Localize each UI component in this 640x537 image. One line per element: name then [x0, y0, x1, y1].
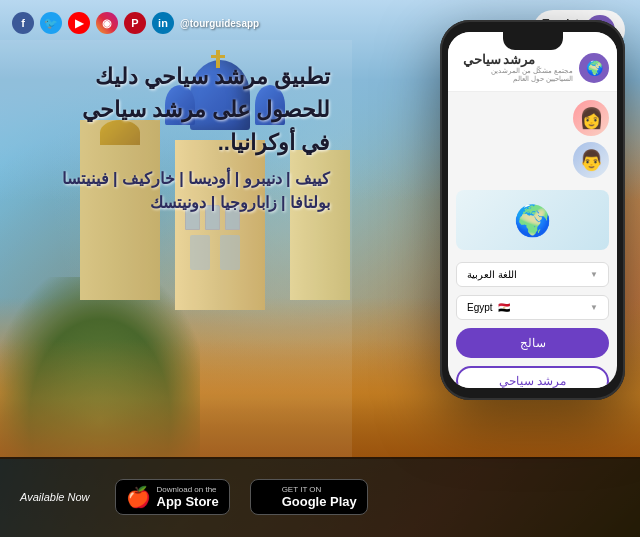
chat-button[interactable]: سالج: [456, 328, 609, 358]
app-logo-icon: 🌍: [579, 53, 609, 83]
country-flag: 🇪🇬: [498, 302, 510, 313]
hero-title: تطبيق مرشد سياحي دليك للحصول على مرشد سي…: [10, 60, 330, 159]
google-play-icon: ▶: [261, 485, 276, 509]
apple-icon: 🍎: [126, 485, 151, 509]
country-name: Egypt: [467, 302, 493, 313]
google-play-text: GET IT ON Google Play: [282, 485, 357, 509]
hero-cities-line2: بولتافا | زاباروجيا | دونيتسك: [10, 193, 330, 212]
social-bar: f 🐦 ▶ ◉ P in @tourguidesapp: [12, 12, 259, 34]
pinterest-icon[interactable]: P: [124, 12, 146, 34]
youtube-icon[interactable]: ▶: [68, 12, 90, 34]
available-text: Available Now: [20, 491, 90, 503]
hero-title-line3: في أوكرانيا..: [10, 126, 330, 159]
guide-button[interactable]: مرشد سياحي: [456, 366, 609, 388]
google-play-label: Google Play: [282, 494, 357, 509]
chat-avatar-female: 👩: [456, 100, 609, 136]
hero-title-line1: تطبيق مرشد سياحي دليك: [10, 60, 330, 93]
bottom-bar: Available Now 🍎 Download on the App Stor…: [0, 457, 640, 537]
map-area: 🌍: [448, 186, 617, 254]
app-subtitle: مجتمع مشكّل من المرشدين السياحيين حول ال…: [463, 67, 573, 83]
male-avatar: 👨: [573, 142, 609, 178]
facebook-icon[interactable]: f: [12, 12, 34, 34]
chat-messages: 👩 👨: [448, 92, 617, 186]
app-store-label: App Store: [157, 494, 219, 509]
app-title-main: مرشد: [503, 52, 535, 67]
phone-notch: [503, 32, 563, 50]
hero-text-area: تطبيق مرشد سياحي دليك للحصول على مرشد سي…: [10, 60, 330, 217]
google-play-button[interactable]: ▶ GET IT ON Google Play: [250, 479, 368, 515]
app-logo-area: مرشد سياحي مجتمع مشكّل من المرشدين السيا…: [463, 52, 573, 83]
app-title2: سياحي: [463, 52, 501, 67]
phone-mockup: مرشد سياحي مجتمع مشكّل من المرشدين السيا…: [440, 20, 625, 400]
globe-map: 🌍: [456, 190, 609, 250]
twitter-icon[interactable]: 🐦: [40, 12, 62, 34]
app-store-text: Download on the App Store: [157, 485, 219, 509]
get-it-on-label: GET IT ON: [282, 485, 357, 494]
language-chevron: ▼: [590, 270, 598, 279]
available-now-label: Available Now: [20, 491, 90, 503]
hero-title-line2: للحصول على مرشد سياحي: [10, 93, 330, 126]
main-container: f 🐦 ▶ ◉ P in @tourguidesapp Tourist Guid…: [0, 0, 640, 537]
linkedin-icon[interactable]: in: [152, 12, 174, 34]
country-label-group: 🇪🇬 Egypt: [467, 302, 510, 313]
phone-screen: مرشد سياحي مجتمع مشكّل من المرشدين السيا…: [448, 32, 617, 388]
country-chevron: ▼: [590, 303, 598, 312]
country-select[interactable]: ▼ 🇪🇬 Egypt: [456, 295, 609, 320]
language-label: اللغة العربية: [467, 269, 517, 280]
instagram-icon[interactable]: ◉: [96, 12, 118, 34]
female-avatar: 👩: [573, 100, 609, 136]
social-handle: @tourguidesapp: [180, 18, 259, 29]
app-store-button[interactable]: 🍎 Download on the App Store: [115, 479, 230, 515]
phone-form[interactable]: ▼ اللغة العربية ▼ 🇪🇬 Egypt سالج مرشد سيا…: [448, 254, 617, 388]
download-on-label: Download on the: [157, 485, 219, 494]
hero-cities-line1: كييف | دنيبرو | أوديسا | خاركيف | فينيتس…: [10, 169, 330, 188]
language-select[interactable]: ▼ اللغة العربية: [456, 262, 609, 287]
chat-avatar-male: 👨: [456, 142, 609, 178]
